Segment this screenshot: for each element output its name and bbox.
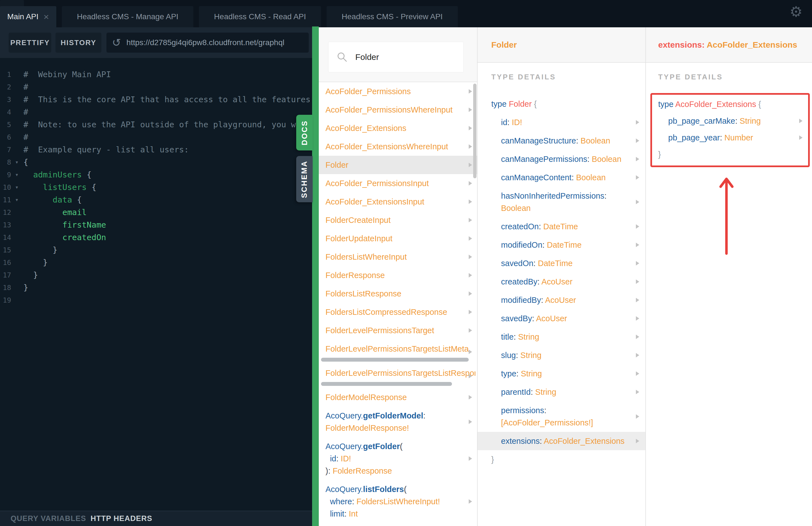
type-list-item[interactable]: FolderModelResponse [319,388,477,407]
type-field-text: pb_page_year: Number [668,132,794,144]
editor-line: 1 # Webiny Main API [0,68,312,81]
search-box[interactable] [328,42,464,72]
type-field-row[interactable]: slug: String [478,346,646,364]
type-field-row[interactable]: canManageStructure: Boolean [478,132,646,150]
type-list-item[interactable]: FolderCreateInput [319,211,477,229]
history-button[interactable]: HISTORY [56,33,101,53]
type-list-item[interactable]: AcoFolder_Extensions [319,119,477,137]
http-headers-tab[interactable]: HTTP HEADERS [90,514,153,523]
code-text: } [24,256,48,269]
type-field-text: canManagePermissions: Boolean [501,153,629,165]
type-field-text: slug: String [501,349,629,361]
type-field-row[interactable]: modifiedOn: DateTime [478,236,646,254]
editor-line: 17 } [0,269,312,281]
type-field-text: createdBy: AcoUser [501,276,629,288]
type-list-item-label: AcoFolder_ExtensionsWhereInput [325,141,466,153]
type-field-row[interactable]: } [478,450,646,469]
type-field-row[interactable]: pb_page_year: Number [652,129,808,146]
docs-tab[interactable]: DOCS [296,115,313,150]
type-list: AcoFolder_Permissions AcoFolder_Permissi… [319,82,477,523]
type-field-row[interactable]: type AcoFolder_Extensions { [652,96,808,113]
close-icon[interactable]: × [43,12,49,21]
api-tab[interactable]: Headless CMS - Manage API [62,6,193,27]
tab-label: Headless CMS - Read API [214,12,306,21]
type-list-item[interactable]: FolderLevelPermissionsTarget [319,321,477,340]
chevron-right-icon [636,243,639,247]
type-list-item[interactable]: AcoQuery.listFolders( where: FoldersList… [319,480,477,523]
annotation-highlight-box: type AcoFolder_Extensions { pb_page_carM… [650,93,810,167]
type-list-item[interactable]: FoldersListWhereInput [319,248,477,266]
vertical-scrollbar[interactable] [473,84,477,178]
endpoint-url-bar[interactable]: ↺ [106,33,309,53]
type-list-item[interactable]: AcoQuery.getFolderModel: FolderModelResp… [319,407,477,437]
docs-panel-divider[interactable] [312,27,319,526]
type-field-row[interactable]: createdOn: DateTime [478,217,646,236]
type-field-text: modifiedOn: DateTime [501,239,629,251]
reload-icon[interactable]: ↺ [112,36,121,49]
line-number: 18 [0,281,11,294]
type-field-row[interactable]: modifiedBy: AcoUser [478,291,646,309]
horizontal-scrollbar[interactable] [321,382,452,386]
type-list-item[interactable]: AcoFolder_PermissionsInput [319,174,477,192]
type-list-item[interactable]: FolderResponse [319,266,477,284]
fold-arrow-icon[interactable]: ▾ [15,169,19,181]
code-text: # Example query - list all users: [24,144,189,156]
type-list-item[interactable]: FoldersListResponse [319,284,477,303]
editor-lines: 1 # Webiny Main API 2 # 3 # This is the … [0,68,312,306]
type-field-row[interactable]: id: ID! [478,113,646,132]
type-list-item[interactable]: AcoFolder_PermissionsWhereInput [319,101,477,119]
type-field-row[interactable]: canManagePermissions: Boolean [478,150,646,168]
editor-line: 8 ▾ { [0,156,312,169]
type-list-item[interactable]: AcoFolder_Permissions [319,82,477,101]
type-list-item[interactable]: FolderUpdateInput [319,229,477,248]
type-field-text: type: String [501,367,629,380]
tab-label: Headless CMS - Manage API [77,12,178,21]
fold-arrow-icon[interactable]: ▾ [15,181,19,194]
type-field-text: permissions: [AcoFolder_Permissions!] [501,404,629,429]
type-list-item[interactable]: AcoFolder_ExtensionsWhereInput [319,137,477,156]
type-field-row[interactable]: canManageContent: Boolean [478,168,646,187]
type-list-item[interactable]: FoldersListCompressedResponse [319,303,477,321]
endpoint-url-input[interactable] [126,38,303,47]
type-list-item[interactable]: FolderLevelPermissionsTargetsListRespons… [319,364,477,388]
api-tab[interactable]: Headless CMS - Preview API [327,6,458,27]
horizontal-scrollbar[interactable] [321,358,469,362]
query-editor[interactable]: 1 # Webiny Main API 2 # 3 # This is the … [0,58,312,511]
type-field-text: modifiedBy: AcoUser [501,294,629,306]
code-text: } [24,244,57,256]
line-number: 19 [0,294,11,306]
query-variables-tab[interactable]: QUERY VARIABLES [11,514,86,523]
type-field-row[interactable]: pb_page_carMake: String [652,113,808,129]
type-field-text: canManageStructure: Boolean [501,134,629,147]
type-field-row[interactable]: hasNonInheritedPermissions: Boolean [478,187,646,217]
type-list-item[interactable]: AcoQuery.getFolder( id: ID! ): FolderRes… [319,437,477,480]
type-field-row[interactable]: savedOn: DateTime [478,254,646,273]
type-field-row[interactable]: permissions: [AcoFolder_Permissions!] [478,401,646,432]
type-list-item[interactable]: Folder [319,156,477,174]
search-input[interactable] [355,52,458,62]
type-list-item[interactable]: AcoFolder_ExtensionsInput [319,192,477,211]
fold-arrow-icon[interactable]: ▾ [15,194,19,206]
schema-tab[interactable]: SCHEMA [296,156,313,202]
type-field-row[interactable]: parentId: String [478,383,646,401]
code-text: } [24,269,38,281]
gear-icon[interactable]: ⚙ [789,3,802,20]
type-field-row[interactable]: extensions: AcoFolder_Extensions [478,432,646,450]
line-number: 8 [0,156,11,169]
type-field-row[interactable]: createdBy: AcoUser [478,273,646,291]
type-list-item[interactable]: FolderLevelPermissionsTargetsListMeta [319,340,477,364]
type-field-row[interactable]: title: String [478,327,646,346]
fold-arrow-icon[interactable]: ▾ [15,156,19,169]
api-tab[interactable]: Main API × [0,6,56,27]
api-tab[interactable]: Headless CMS - Read API [199,6,321,27]
line-number: 2 [0,81,11,93]
line-number: 14 [0,231,11,244]
type-field-row[interactable]: savedBy: AcoUser [478,309,646,327]
type-field-row[interactable]: type: String [478,364,646,383]
chevron-right-icon [799,119,802,123]
prettify-button[interactable]: PRETTIFY [9,33,51,53]
type-field-row[interactable]: type Folder { [478,95,646,113]
chevron-right-icon [469,456,472,461]
line-number: 1 [0,68,11,81]
type-field-row[interactable]: } [652,146,808,163]
